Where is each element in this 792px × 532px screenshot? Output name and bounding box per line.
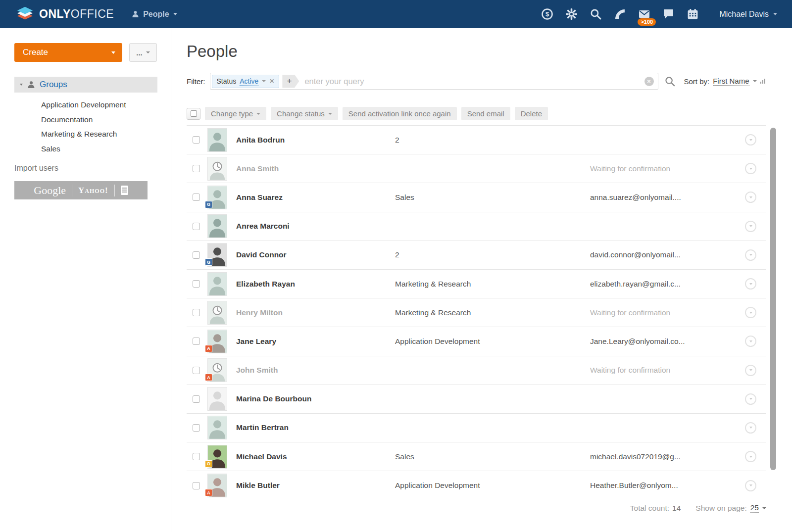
row-checkbox[interactable] xyxy=(193,223,200,230)
sidebar-group-item[interactable]: Marketing & Research xyxy=(41,127,126,142)
row-actions-button[interactable] xyxy=(745,249,756,261)
person-name[interactable]: Elizabeth Rayan xyxy=(236,280,395,289)
filter-input[interactable]: Status Active ✕ + enter your query ✕ xyxy=(210,73,658,90)
payments-icon[interactable]: $ xyxy=(542,8,553,20)
avatar[interactable] xyxy=(207,272,227,296)
row-checkbox[interactable] xyxy=(193,309,200,316)
person-name[interactable]: Michael Davis xyxy=(236,452,395,461)
person-email[interactable]: Heather.Butler@onlyom... xyxy=(590,481,745,490)
chevron-down-icon[interactable] xyxy=(762,507,766,509)
avatar[interactable]: G xyxy=(207,186,227,209)
row-actions-button[interactable] xyxy=(745,278,756,290)
chat-icon[interactable] xyxy=(663,8,674,20)
row-checkbox[interactable] xyxy=(193,280,200,288)
sidebar-group-item[interactable]: Application Development xyxy=(41,97,126,112)
create-button[interactable]: Create xyxy=(14,43,122,62)
avatar[interactable] xyxy=(207,301,227,325)
avatar[interactable] xyxy=(207,157,227,181)
avatar[interactable] xyxy=(207,387,227,411)
row-checkbox[interactable] xyxy=(193,482,200,489)
person-email[interactable]: Waiting for confirmation xyxy=(590,164,745,173)
person-name[interactable]: Marina De Bourboun xyxy=(236,394,395,403)
more-actions-button[interactable]: ... xyxy=(129,43,157,62)
delete-button[interactable]: Delete xyxy=(515,107,548,120)
person-group[interactable]: Marketing & Research xyxy=(395,280,590,289)
clear-filter-icon[interactable]: ✕ xyxy=(644,77,654,86)
onlyoffice-logo[interactable]: ONLYOFFICE xyxy=(16,6,114,22)
sort-direction-icon[interactable] xyxy=(760,79,766,84)
add-filter-button[interactable]: + xyxy=(282,75,299,88)
chip-close-icon[interactable]: ✕ xyxy=(269,78,274,84)
avatar[interactable]: A xyxy=(207,330,227,353)
row-checkbox[interactable] xyxy=(193,453,200,460)
avatar[interactable]: A xyxy=(207,358,227,382)
avatar[interactable]: O xyxy=(207,445,227,469)
row-actions-button[interactable] xyxy=(745,451,756,462)
module-switcher[interactable]: People xyxy=(132,10,177,19)
person-email[interactable]: Waiting for confirmation xyxy=(590,366,745,375)
user-menu[interactable]: Michael Davis xyxy=(719,10,777,19)
person-name[interactable]: Mikle Butler xyxy=(236,481,395,490)
person-email[interactable]: anna.suarez@onlyomail.... xyxy=(590,193,745,202)
avatar[interactable] xyxy=(207,214,227,238)
row-actions-button[interactable] xyxy=(745,336,756,347)
row-actions-button[interactable] xyxy=(745,480,756,491)
avatar[interactable] xyxy=(207,128,227,152)
row-actions-button[interactable] xyxy=(745,307,756,318)
person-email[interactable]: david.connor@onlyomail... xyxy=(590,250,745,259)
sidebar-group-item[interactable]: Documentation xyxy=(41,112,126,127)
person-group[interactable]: Sales xyxy=(395,193,590,202)
file-import-icon[interactable] xyxy=(121,186,128,195)
row-checkbox[interactable] xyxy=(193,193,200,201)
person-group[interactable]: Application Development xyxy=(395,481,590,490)
avatar[interactable]: A xyxy=(207,474,227,497)
person-email[interactable]: elizabeth.rayan@gmail.c... xyxy=(590,280,745,289)
settings-icon[interactable] xyxy=(566,8,577,20)
query-placeholder[interactable]: enter your query xyxy=(304,77,644,86)
select-all-checkbox[interactable] xyxy=(187,108,200,120)
search-icon[interactable] xyxy=(590,8,601,20)
row-actions-button[interactable] xyxy=(745,365,756,376)
row-checkbox[interactable] xyxy=(193,136,200,144)
page-size-select[interactable]: 25 xyxy=(750,503,759,513)
row-actions-button[interactable] xyxy=(745,221,756,232)
person-email[interactable]: Jane.Leary@onlyomail.co... xyxy=(590,337,745,346)
row-checkbox[interactable] xyxy=(193,395,200,403)
row-actions-button[interactable] xyxy=(745,134,756,145)
filter-chip-value[interactable]: Active xyxy=(240,77,258,86)
person-name[interactable]: Henry Milton xyxy=(236,308,395,317)
feed-icon[interactable] xyxy=(614,8,626,20)
person-name[interactable]: Anna Smith xyxy=(236,164,395,173)
row-actions-button[interactable] xyxy=(745,163,756,174)
person-email[interactable]: michael.davis072019@g... xyxy=(590,452,745,461)
person-group[interactable]: 2 xyxy=(395,250,590,259)
person-name[interactable]: Anna Suarez xyxy=(236,193,395,202)
vertical-scrollbar[interactable] xyxy=(770,128,776,470)
row-actions-button[interactable] xyxy=(745,422,756,434)
person-group[interactable]: Marketing & Research xyxy=(395,308,590,317)
person-group[interactable]: 2 xyxy=(395,136,590,145)
avatar[interactable]: G xyxy=(207,243,227,267)
filter-search-icon[interactable] xyxy=(665,76,675,87)
change-status-button[interactable]: Change status xyxy=(271,107,338,120)
person-name[interactable]: Anrea Marconi xyxy=(236,222,395,231)
row-checkbox[interactable] xyxy=(193,165,200,172)
yahoo-logo[interactable]: Yahoo! xyxy=(78,186,108,195)
send-email-button[interactable]: Send email xyxy=(461,107,510,120)
send-activation-button[interactable]: Send activation link once again xyxy=(343,107,457,120)
row-checkbox[interactable] xyxy=(193,338,200,345)
person-name[interactable]: John Smith xyxy=(236,366,395,375)
mail-icon[interactable]: >100 xyxy=(639,8,650,20)
row-actions-button[interactable] xyxy=(745,393,756,405)
collapse-caret-icon[interactable] xyxy=(20,84,23,86)
person-name[interactable]: Anita Bodrun xyxy=(236,136,395,145)
sidebar-item-groups[interactable]: Groups xyxy=(14,77,157,93)
person-group[interactable]: Application Development xyxy=(395,337,590,346)
calendar-icon[interactable] xyxy=(687,8,698,20)
row-actions-button[interactable] xyxy=(745,192,756,203)
row-checkbox[interactable] xyxy=(193,424,200,432)
filter-chip-status[interactable]: Status Active ✕ xyxy=(212,75,280,88)
change-type-button[interactable]: Change type xyxy=(205,107,266,120)
person-name[interactable]: David Connor xyxy=(236,250,395,259)
row-checkbox[interactable] xyxy=(193,251,200,259)
